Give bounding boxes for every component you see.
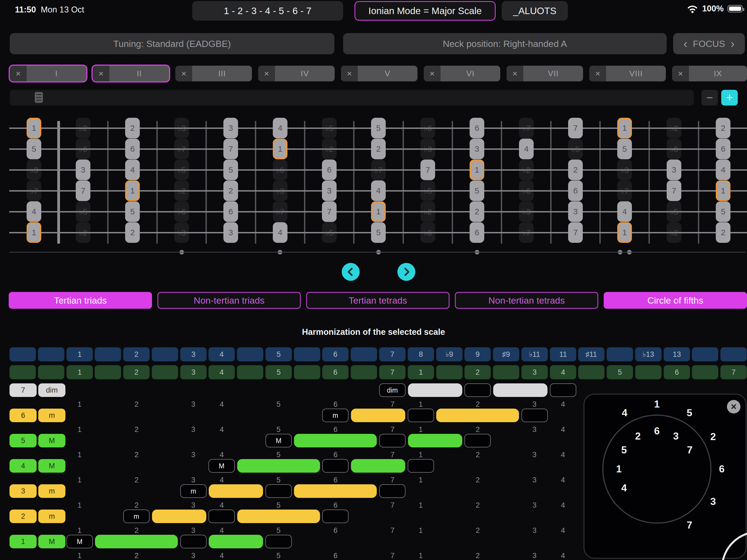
scale-degree-cell[interactable]: 4: [208, 365, 235, 379]
extension-cell[interactable]: [237, 347, 263, 362]
note-scale-degree[interactable]: 2: [716, 222, 730, 243]
note-scale-degree[interactable]: 6: [470, 222, 484, 243]
note-scale-degree[interactable]: 3: [667, 160, 681, 180]
extension-cell[interactable]: 4: [208, 347, 235, 362]
scale-degree-cell[interactable]: [9, 365, 36, 379]
cof-outer-degree-7[interactable]: 7: [687, 519, 692, 531]
section-non-tertian-tetrads[interactable]: Non-tertian tetrads: [455, 292, 598, 309]
chord-quality-pill[interactable]: M: [38, 535, 66, 548]
scale-degree-cell[interactable]: 2: [464, 365, 491, 379]
chord-root-pill[interactable]: m: [180, 484, 207, 498]
chord-interval-bar[interactable]: [493, 383, 547, 397]
note-scale-degree[interactable]: 6: [224, 201, 238, 222]
scale-degree-cell[interactable]: [152, 365, 178, 379]
close-icon[interactable]: ×: [727, 400, 741, 414]
note-scale-degree[interactable]: 5: [617, 139, 632, 159]
chord-root-pill[interactable]: M: [208, 459, 235, 473]
extension-cell[interactable]: 7: [379, 347, 406, 362]
note-scale-degree[interactable]: 2: [716, 118, 730, 138]
section-circle-of-fifths[interactable]: Circle of fifths: [604, 292, 747, 309]
chord-degree-pill[interactable]: 4: [9, 459, 37, 473]
chord-quality-pill[interactable]: m: [38, 484, 66, 498]
extension-cell[interactable]: [720, 347, 747, 362]
chord-interval-bar[interactable]: [209, 484, 263, 498]
note-scale-degree[interactable]: 7: [224, 139, 238, 159]
scale-degree-cell[interactable]: [294, 365, 320, 379]
section-tertian-tetrads[interactable]: Tertian tetrads: [306, 292, 449, 309]
extension-cell[interactable]: 1: [67, 347, 93, 362]
extension-cell[interactable]: ♭11: [521, 347, 548, 362]
note-scale-degree[interactable]: 2: [470, 201, 484, 222]
extension-cell[interactable]: 11: [550, 347, 576, 362]
chord-root-pill[interactable]: dim: [379, 383, 406, 397]
cof-inner-degree-7[interactable]: 7: [687, 445, 693, 456]
note-scale-degree[interactable]: 2: [224, 181, 238, 201]
chord-tone-pill[interactable]: [265, 535, 292, 548]
chord-interval-bar[interactable]: [294, 484, 377, 498]
scale-degree-cell[interactable]: [635, 365, 662, 379]
chord-interval-bar[interactable]: [436, 408, 519, 422]
cof-outer-degree-1[interactable]: 1: [654, 399, 660, 410]
cof-outer-degree-6[interactable]: 6: [719, 463, 725, 475]
cof-outer-degree-4[interactable]: 4: [622, 407, 627, 419]
note-scale-degree[interactable]: 7: [76, 181, 91, 201]
note-scale-degree[interactable]: 2: [371, 139, 386, 159]
scale-degree-cell[interactable]: [493, 365, 519, 379]
note-root[interactable]: 1: [617, 222, 632, 243]
note-scale-degree[interactable]: 3: [322, 181, 337, 201]
note-scale-degree[interactable]: 5: [470, 181, 484, 201]
chord-quality-pill[interactable]: m: [38, 509, 66, 523]
chord-tone-pill[interactable]: [379, 434, 406, 447]
scale-degree-cell[interactable]: [95, 365, 121, 379]
note-scale-degree[interactable]: 3: [224, 222, 238, 243]
extension-cell[interactable]: [38, 347, 64, 362]
chord-root-pill[interactable]: m: [123, 509, 150, 523]
chord-quality-pill[interactable]: dim: [38, 383, 66, 397]
note-scale-degree[interactable]: 7: [667, 181, 681, 201]
note-root[interactable]: 1: [617, 118, 632, 138]
prev-position-button[interactable]: [342, 263, 360, 281]
note-scale-degree[interactable]: 4: [273, 118, 287, 138]
scale-degree-cell[interactable]: 5: [607, 365, 633, 379]
extension-cell[interactable]: 6: [322, 347, 349, 362]
extension-cell[interactable]: ♭13: [635, 347, 662, 362]
note-scale-degree[interactable]: 6: [470, 118, 484, 138]
chord-interval-bar[interactable]: [408, 434, 462, 447]
next-position-button[interactable]: [397, 263, 415, 281]
scale-degree-cell[interactable]: 2: [123, 365, 150, 379]
note-root[interactable]: 1: [470, 160, 484, 180]
extension-cell[interactable]: [9, 347, 36, 362]
chord-degree-pill[interactable]: 2: [9, 509, 37, 523]
scale-degree-cell[interactable]: [578, 365, 604, 379]
note-scale-degree[interactable]: 2: [125, 222, 140, 243]
scale-degree-cell[interactable]: 5: [265, 365, 292, 379]
note-root[interactable]: 1: [27, 222, 41, 243]
scale-degree-cell[interactable]: [237, 365, 263, 379]
section-non-tertian-triads[interactable]: Non-tertian triads: [157, 292, 301, 309]
note-scale-degree[interactable]: 6: [322, 160, 337, 180]
note-root[interactable]: 1: [27, 118, 41, 138]
chord-degree-pill[interactable]: 7: [9, 383, 37, 397]
chord-tone-pill[interactable]: [408, 459, 434, 473]
extension-cell[interactable]: ♭9: [436, 347, 463, 362]
scale-degree-cell[interactable]: [351, 365, 377, 379]
chord-tone-pill[interactable]: [464, 383, 491, 397]
note-scale-degree[interactable]: 3: [224, 118, 238, 138]
note-scale-degree[interactable]: 4: [27, 201, 41, 222]
note-scale-degree[interactable]: 6: [568, 181, 583, 201]
scale-degree-cell[interactable]: 1: [67, 365, 93, 379]
chord-tone-pill[interactable]: [322, 459, 349, 473]
extension-cell[interactable]: [152, 347, 178, 362]
scale-degree-cell[interactable]: 6: [322, 365, 349, 379]
note-scale-degree[interactable]: 4: [273, 222, 287, 243]
chord-degree-pill[interactable]: 1: [9, 535, 37, 548]
chord-interval-bar[interactable]: [95, 535, 178, 548]
cof-outer-degree-3[interactable]: 3: [710, 496, 716, 507]
chord-root-pill[interactable]: M: [265, 434, 292, 447]
cof-inner-degree-3[interactable]: 3: [673, 431, 679, 442]
cof-inner-degree-2[interactable]: 2: [635, 431, 641, 442]
extension-cell[interactable]: [692, 347, 718, 362]
extension-cell[interactable]: 2: [123, 347, 150, 362]
chord-tone-pill[interactable]: [464, 434, 491, 447]
chord-interval-bar[interactable]: [237, 509, 320, 523]
